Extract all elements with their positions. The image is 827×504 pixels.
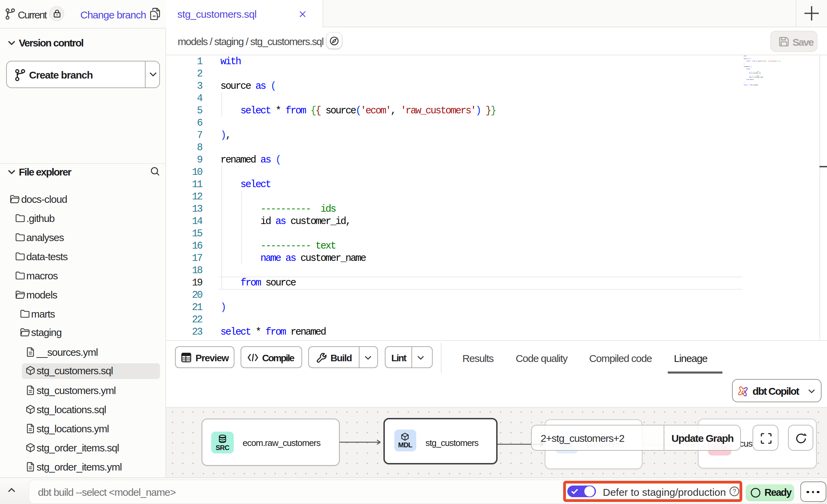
svg-text:?: ?: [732, 488, 736, 495]
